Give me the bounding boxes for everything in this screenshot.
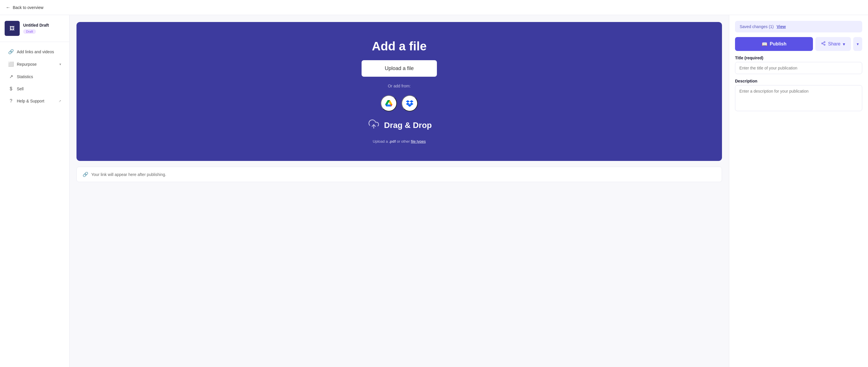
sidebar-nav: 🔗 Add links and videos ⬜ Repurpose ▾ ↗ S… (0, 42, 69, 110)
share-label: Share (828, 41, 840, 46)
share-icon (821, 41, 826, 47)
sidebar-item-repurpose[interactable]: ⬜ Repurpose ▾ (2, 58, 67, 70)
svg-line-4 (823, 42, 824, 43)
link-bar: 🔗 Your link will appear here after publi… (76, 167, 722, 182)
link-bar-icon: 🔗 (83, 172, 88, 177)
share-button[interactable]: Share ▾ (815, 37, 851, 51)
svg-line-3 (823, 44, 824, 44)
right-panel: Saved changes (1) View 📖 Publish (729, 15, 868, 367)
cloud-upload-icon (367, 119, 381, 132)
link-bar-text: Your link will appear here after publish… (91, 172, 166, 177)
upload-title: Add a file (372, 39, 427, 53)
title-input[interactable] (735, 62, 862, 74)
doc-thumbnail-icon: 🖼 (9, 26, 15, 32)
sidebar-item-add-links[interactable]: 🔗 Add links and videos (2, 45, 67, 58)
sidebar: 🖼 Untitled Draft Draft 🔗 Add links and v… (0, 15, 69, 367)
upload-file-button[interactable]: Upload a file (362, 60, 437, 77)
repurpose-icon: ⬜ (8, 61, 14, 67)
svg-point-0 (824, 41, 825, 42)
doc-title: Untitled Draft (23, 23, 49, 28)
drag-drop-area: Drag & Drop (367, 119, 432, 132)
nav-item-statistics-label: Statistics (17, 74, 33, 79)
doc-info: Untitled Draft Draft (23, 23, 49, 34)
help-icon: ? (8, 98, 14, 104)
title-field-group: Title (required) (735, 56, 862, 74)
back-to-overview-link[interactable]: ← Back to overview (6, 5, 43, 10)
action-buttons-row: 📖 Publish Share ▾ ▾ (735, 37, 862, 51)
view-link[interactable]: View (777, 24, 786, 29)
sell-icon: $ (8, 86, 14, 92)
sidebar-item-sell[interactable]: $ Sell (2, 83, 67, 95)
back-arrow-icon: ← (6, 5, 10, 10)
or-add-from-label: Or add from: (388, 84, 411, 88)
external-link-icon: ↗ (59, 99, 61, 103)
google-drive-button[interactable] (381, 95, 397, 111)
link-icon: 🔗 (8, 49, 14, 55)
upload-area: Add a file Upload a file Or add from: (76, 22, 722, 161)
publish-book-icon: 📖 (762, 41, 768, 47)
nav-item-sell-label: Sell (17, 87, 24, 91)
dropbox-button[interactable] (402, 95, 418, 111)
main-content: Add a file Upload a file Or add from: (69, 15, 729, 367)
sidebar-item-help[interactable]: ? Help & Support ↗ (2, 95, 67, 107)
sidebar-item-statistics[interactable]: ↗ Statistics (2, 70, 67, 83)
chevron-down-icon: ▾ (857, 42, 859, 46)
share-dropdown-button[interactable]: ▾ (853, 37, 862, 51)
upload-note-text: Upload a (373, 139, 389, 143)
upload-note-rest: or other (396, 139, 411, 143)
title-label: Title (required) (735, 56, 862, 60)
back-label: Back to overview (13, 5, 43, 10)
app-layout: 🖼 Untitled Draft Draft 🔗 Add links and v… (0, 15, 868, 367)
top-nav: ← Back to overview (0, 0, 868, 15)
upload-note-em: .pdf (389, 139, 396, 143)
cloud-icons-row (381, 95, 418, 111)
sidebar-doc-card: 🖼 Untitled Draft Draft (0, 15, 69, 42)
svg-point-1 (822, 43, 823, 44)
nav-item-help-label: Help & Support (17, 99, 44, 103)
description-field-group: Description (735, 79, 862, 112)
file-types-link[interactable]: file types (411, 139, 426, 143)
saved-changes-text: Saved changes (1) (740, 24, 774, 29)
publish-label: Publish (770, 41, 786, 46)
statistics-icon: ↗ (8, 74, 14, 79)
publish-button[interactable]: 📖 Publish (735, 37, 813, 51)
saved-changes-bar: Saved changes (1) View (735, 21, 862, 32)
share-chevron-icon: ▾ (843, 41, 845, 47)
description-label: Description (735, 79, 862, 84)
drag-drop-label: Drag & Drop (384, 121, 432, 130)
svg-point-2 (824, 44, 825, 45)
doc-badge: Draft (23, 29, 36, 34)
upload-note: Upload a .pdf or other file types (373, 139, 426, 143)
doc-thumbnail: 🖼 (5, 21, 20, 36)
nav-item-add-links-label: Add links and videos (17, 49, 54, 54)
description-input[interactable] (735, 85, 862, 111)
nav-item-repurpose-label: Repurpose (17, 62, 37, 67)
chevron-down-icon: ▾ (59, 62, 61, 66)
